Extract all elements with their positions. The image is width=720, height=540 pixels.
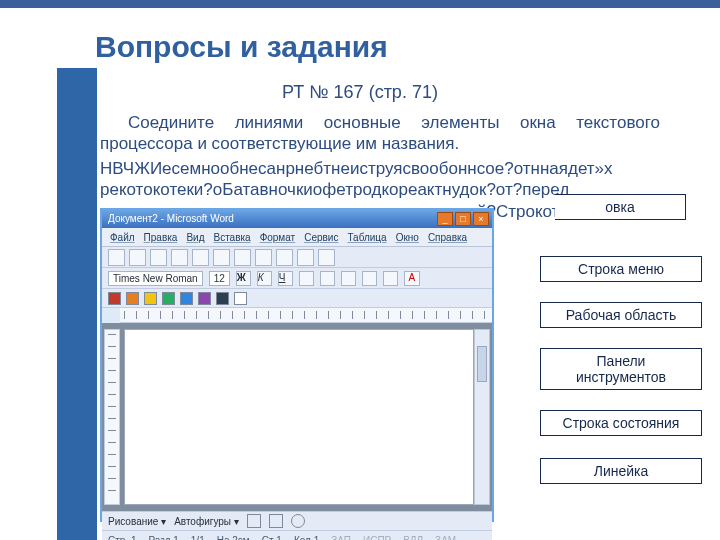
label-workarea[interactable]: Рабочая область <box>540 302 702 328</box>
task-text: Соедините линиями основные элементы окна… <box>100 112 660 155</box>
paste-icon[interactable] <box>234 249 251 266</box>
bullets-icon[interactable] <box>383 271 398 286</box>
undo-icon[interactable] <box>255 249 272 266</box>
align-right-icon[interactable] <box>341 271 356 286</box>
menu-view[interactable]: Вид <box>186 232 204 243</box>
save-icon[interactable] <box>150 249 167 266</box>
scrollbar-vertical[interactable] <box>474 329 490 505</box>
status-flag-zam: ЗАМ <box>435 535 456 541</box>
menu-window[interactable]: Окно <box>396 232 419 243</box>
formatting-toolbar[interactable]: Times New Roman 12 Ж К Ч A <box>102 268 492 289</box>
page-title: Вопросы и задания <box>95 30 388 64</box>
word-workarea <box>102 323 492 511</box>
ruler-horizontal[interactable] <box>120 308 492 323</box>
word-title: Документ2 - Microsoft Word <box>108 213 234 224</box>
label-toolbars[interactable]: Панели инструментов <box>540 348 702 390</box>
word-statusbar: Стр. 1 Разд 1 1/1 На 2см Ст 1 Кол 1 ЗАП … <box>102 530 492 540</box>
ruler-vertical[interactable] <box>104 329 120 505</box>
status-flag-ispr: ИСПР <box>363 535 391 541</box>
swatch-yellow[interactable] <box>144 292 157 305</box>
label-ruler[interactable]: Линейка <box>540 458 702 484</box>
side-strip <box>57 68 97 540</box>
swatch-purple[interactable] <box>198 292 211 305</box>
maximize-button[interactable]: □ <box>455 212 471 226</box>
status-sect: Разд 1 <box>148 535 178 541</box>
menu-table[interactable]: Таблица <box>347 232 386 243</box>
redo-icon[interactable] <box>276 249 293 266</box>
drawing-menu[interactable]: Рисование ▾ <box>108 516 166 527</box>
font-color-icon[interactable]: A <box>404 271 420 286</box>
menu-help[interactable]: Справка <box>428 232 467 243</box>
menu-format[interactable]: Формат <box>260 232 296 243</box>
bold-icon[interactable]: Ж <box>236 271 251 286</box>
minimize-button[interactable]: _ <box>437 212 453 226</box>
swatch-blue[interactable] <box>180 292 193 305</box>
open-icon[interactable] <box>129 249 146 266</box>
label-titlebar-fragment[interactable]: овка <box>555 194 686 220</box>
slide: Вопросы и задания РТ № 167 (стр. 71) Сое… <box>0 0 720 540</box>
align-center-icon[interactable] <box>320 271 335 286</box>
swatch-red[interactable] <box>108 292 121 305</box>
menu-edit[interactable]: Правка <box>144 232 178 243</box>
label-statusbar[interactable]: Строка состояния <box>540 410 702 436</box>
status-page: Стр. 1 <box>108 535 136 541</box>
status-ln: Ст 1 <box>262 535 282 541</box>
color-toolbar[interactable] <box>102 289 492 308</box>
new-icon[interactable] <box>108 249 125 266</box>
line-shape-icon[interactable] <box>247 514 261 528</box>
menu-insert[interactable]: Вставка <box>213 232 250 243</box>
status-at: На 2см <box>217 535 250 541</box>
copy-icon[interactable] <box>213 249 230 266</box>
font-name[interactable]: Times New Roman <box>108 271 203 286</box>
status-flag-vdl: ВДЛ <box>403 535 423 541</box>
document-page[interactable] <box>124 329 474 505</box>
swatch-white[interactable] <box>234 292 247 305</box>
table-icon[interactable] <box>297 249 314 266</box>
word-titlebar[interactable]: Документ2 - Microsoft Word _ □ × <box>102 210 492 228</box>
underline-icon[interactable]: Ч <box>278 271 293 286</box>
swatch-green[interactable] <box>162 292 175 305</box>
menu-file[interactable]: Файл <box>110 232 135 243</box>
status-pages: 1/1 <box>191 535 205 541</box>
font-size[interactable]: 12 <box>209 271 230 286</box>
top-band <box>0 0 720 8</box>
status-col: Кол 1 <box>294 535 319 541</box>
close-button[interactable]: × <box>473 212 489 226</box>
status-flag-zap: ЗАП <box>331 535 351 541</box>
swatch-orange[interactable] <box>126 292 139 305</box>
workbook-reference: РТ № 167 (стр. 71) <box>0 82 720 103</box>
align-left-icon[interactable] <box>299 271 314 286</box>
swatch-black[interactable] <box>216 292 229 305</box>
label-menu[interactable]: Строка меню <box>540 256 702 282</box>
print-icon[interactable] <box>171 249 188 266</box>
drawing-toolbar[interactable]: Рисование ▾ Автофигуры ▾ <box>102 511 492 530</box>
zoom-icon[interactable] <box>318 249 335 266</box>
word-window: Документ2 - Microsoft Word _ □ × Файл Пр… <box>100 208 494 522</box>
italic-icon[interactable]: К <box>257 271 272 286</box>
rect-shape-icon[interactable] <box>269 514 283 528</box>
word-menubar[interactable]: Файл Правка Вид Вставка Формат Сервис Та… <box>102 228 492 247</box>
cut-icon[interactable] <box>192 249 209 266</box>
autoshapes-menu[interactable]: Автофигуры ▾ <box>174 516 239 527</box>
menu-service[interactable]: Сервис <box>304 232 338 243</box>
task-text-content: Соедините линиями основные элементы окна… <box>100 113 660 153</box>
align-justify-icon[interactable] <box>362 271 377 286</box>
standard-toolbar[interactable] <box>102 247 492 268</box>
window-buttons: _ □ × <box>437 212 489 226</box>
oval-shape-icon[interactable] <box>291 514 305 528</box>
